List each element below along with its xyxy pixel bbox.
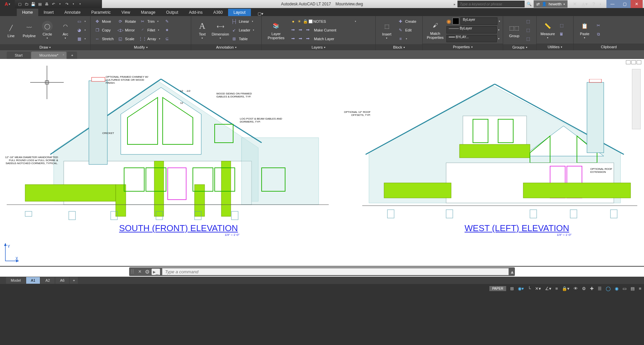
polar-icon[interactable]: ✕▾	[535, 286, 541, 291]
circle-button[interactable]: ◯Circle▾	[39, 19, 56, 41]
group-button[interactable]: ⬚⬚Group	[506, 21, 523, 39]
layer-properties-button[interactable]: 📚Layer Properties	[264, 19, 288, 41]
clean-icon[interactable]: ▭	[623, 286, 627, 291]
edit-block-button[interactable]: ✎Edit	[396, 26, 418, 34]
copy-button[interactable]: ❐Copy	[93, 26, 115, 34]
tab-a360[interactable]: A360	[208, 9, 228, 16]
close-button[interactable]: ✕	[631, 0, 643, 8]
make-current-button[interactable]: ⮕⮕⮕Make Current	[289, 26, 373, 34]
group-bb-button[interactable]: ⬚	[524, 35, 532, 43]
tab-manage[interactable]: Manage	[136, 9, 161, 16]
vp-min-icon[interactable]	[626, 60, 631, 64]
arc-button[interactable]: ◠Arc▾	[57, 19, 74, 41]
ltab-a2[interactable]: A2	[41, 277, 54, 284]
isolate-icon[interactable]: ◯	[606, 286, 611, 291]
tab-insert[interactable]: Insert	[38, 9, 59, 16]
grip-icon[interactable]: ⠿	[130, 269, 135, 275]
anno-vis-icon[interactable]: 👁	[574, 286, 578, 291]
group-edit-button[interactable]: ⬚	[524, 26, 532, 34]
app-menu-button[interactable]: A▾	[0, 0, 15, 8]
panel-utilities-title[interactable]: Utilities▾	[537, 44, 573, 50]
cut-button[interactable]: ✂	[594, 21, 602, 29]
help-icon[interactable]: ?	[592, 1, 595, 7]
panel-groups-title[interactable]: Groups▾	[503, 44, 536, 50]
redo-dd-icon[interactable]: ▾	[70, 1, 76, 7]
panel-block-title[interactable]: Block▾	[376, 44, 422, 50]
line-button[interactable]: ╱Line	[3, 21, 19, 39]
save-icon[interactable]: 💾	[30, 1, 36, 7]
ungroup-button[interactable]: ⬚	[524, 17, 532, 25]
redo-icon[interactable]: ↷	[64, 1, 70, 7]
erase-button[interactable]: ✎	[163, 17, 171, 25]
qat-custom-icon[interactable]: ▾	[77, 1, 83, 7]
copyclip-button[interactable]: ⧉	[594, 30, 602, 38]
doc-tab-start[interactable]: Start	[7, 52, 31, 59]
wheel-icon[interactable]: ⚙	[582, 286, 586, 291]
linetype-selector[interactable]: ━━━ BYLAY...▾	[446, 35, 500, 42]
stretch-button[interactable]: ↔Stretch	[93, 35, 115, 43]
ltab-model[interactable]: Model	[6, 277, 25, 284]
offset-button[interactable]: ⊆	[163, 35, 171, 43]
drawing-canvas[interactable]: OPTIONAL FRAMED CHIMNEY W/ CULTURED STON…	[0, 59, 644, 267]
new-icon[interactable]: ▢	[17, 1, 23, 7]
vp-max-icon[interactable]	[631, 60, 636, 64]
custom-icon[interactable]: ▤	[631, 286, 635, 291]
table-button[interactable]: ⊞Table	[230, 35, 256, 43]
measure-button[interactable]: 📏Measure▾	[539, 19, 556, 41]
panel-modify-title[interactable]: Modify▾	[91, 44, 191, 50]
quickcalc-button[interactable]: 🖩	[557, 30, 566, 38]
undo-icon[interactable]: ↶	[50, 1, 56, 7]
ltab-a1[interactable]: A1	[26, 277, 40, 284]
space-badge[interactable]: PAPER	[489, 286, 506, 291]
create-block-button[interactable]: ✚Create	[396, 17, 418, 25]
exchange-apps-icon[interactable]: ✕	[573, 1, 577, 7]
color-selector[interactable]: ◉ByLayer▾	[446, 17, 500, 25]
text-button[interactable]: AText▾	[194, 19, 211, 41]
panel-layers-title[interactable]: Layers▾	[262, 44, 375, 50]
tab-addins[interactable]: Add-ins	[183, 9, 208, 16]
lwt-icon[interactable]: ≡	[555, 286, 558, 291]
leader-button[interactable]: ↙Leader▾	[230, 26, 256, 34]
print-icon[interactable]: 🖶	[44, 1, 50, 7]
hatch-button[interactable]: ▦▾	[75, 35, 87, 43]
fillet-button[interactable]: ◜Fillet▾	[139, 26, 161, 34]
cmd-config-icon[interactable]: ⚙	[145, 269, 150, 275]
insert-button[interactable]: ⬚Insert▾	[378, 19, 395, 41]
match-properties-button[interactable]: 🖌Match Properties	[425, 19, 445, 41]
tab-view[interactable]: View	[116, 9, 136, 16]
array-button[interactable]: ⋮⋮Array▾	[139, 35, 161, 43]
saveas-icon[interactable]: ▤	[37, 1, 43, 7]
scale-button[interactable]: ◱Scale	[116, 35, 137, 43]
linear-button[interactable]: ├┤Linear▾	[230, 17, 256, 25]
mirror-button[interactable]: ◁▷Mirror	[116, 26, 137, 34]
rect-button[interactable]: ▭▾	[75, 17, 87, 25]
doc-tab-active[interactable]: Mountview*×	[31, 52, 66, 59]
status-menu-icon[interactable]: ≡	[639, 286, 641, 291]
grid-icon[interactable]: ⊞	[510, 286, 514, 291]
rotate-button[interactable]: ⟳Rotate	[116, 17, 137, 25]
lineweight-selector[interactable]: ——— ByLayer▾	[446, 26, 500, 33]
hardware-icon[interactable]: ◉	[615, 286, 619, 291]
anno-scale-icon[interactable]: 🔒▾	[562, 286, 570, 291]
ltab-a6[interactable]: A6	[55, 277, 69, 284]
vp-close-icon[interactable]	[637, 60, 641, 64]
dimension-button[interactable]: ⟷Dimension▾	[212, 19, 229, 41]
explode-button[interactable]: ✷	[163, 26, 171, 34]
open-icon[interactable]: 🗀	[23, 1, 30, 7]
osnap-icon[interactable]: ∠▾	[545, 286, 551, 291]
tab-annotate[interactable]: Annotate	[59, 9, 86, 16]
move-button[interactable]: ✥Move	[93, 17, 115, 25]
polyline-button[interactable]: 〰Polyline	[21, 21, 38, 39]
select-button[interactable]: ⬚	[557, 21, 566, 29]
search-icon[interactable]: 🔍	[527, 2, 532, 6]
search-input[interactable]	[458, 1, 525, 7]
ellipse-button[interactable]: ◕▾	[75, 26, 87, 34]
panel-annotation-title[interactable]: Annotation▾	[191, 44, 261, 50]
command-input[interactable]	[162, 268, 509, 275]
units-icon[interactable]: ☰	[598, 286, 602, 291]
tab-layout[interactable]: Layout	[228, 9, 251, 16]
tab-home[interactable]: Home	[17, 9, 38, 16]
tab-parametric[interactable]: Parametric	[86, 9, 116, 16]
panel-properties-title[interactable]: Properties▾	[423, 44, 503, 50]
trim-button[interactable]: ✂Trim▾	[139, 17, 161, 25]
